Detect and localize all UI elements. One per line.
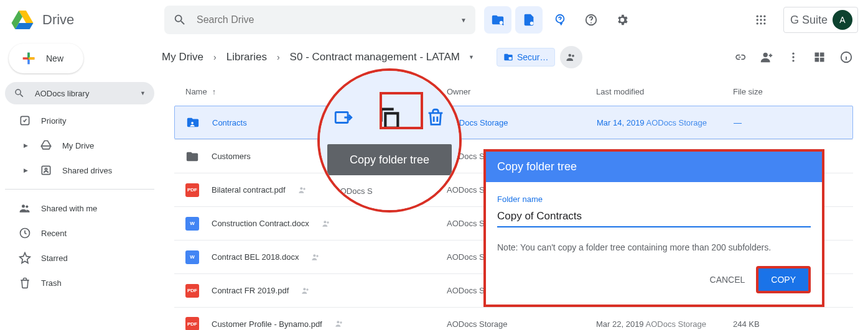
trash-icon [425,107,446,128]
shared-icon [322,219,332,229]
new-button[interactable]: New [9,44,83,73]
dropdown-icon[interactable]: ▼ [465,54,474,60]
smart-doc-button[interactable] [515,6,543,34]
chevron-right-icon: › [272,52,285,62]
gsuite-label: G Suite [790,14,828,27]
search-options-dropdown[interactable]: ▼ [460,17,467,24]
apps-grid-icon [755,14,767,26]
people-icon [19,202,31,214]
svg-point-22 [572,55,575,57]
file-modified: Mar 14, 2019 AODocs Storage [597,118,734,127]
support-button[interactable] [546,6,574,34]
move-button[interactable] [331,105,356,130]
svg-point-32 [191,122,194,124]
sidebar-collection-aodocs[interactable]: AODocs library ▼ [5,82,154,104]
sidebar-item-label: Starred [41,254,68,263]
sidebar-item-recent[interactable]: Recent [5,221,154,245]
svg-point-21 [569,54,572,57]
shared-icon [301,286,311,296]
col-size[interactable]: File size [733,87,842,96]
dialog-title: Copy folder tree [486,152,822,182]
folder-name-input[interactable] [497,208,811,227]
info-icon[interactable] [839,50,853,64]
sidebar-item-trash[interactable]: Trash [5,270,154,295]
col-modified[interactable]: Last modified [596,87,733,96]
svg-rect-29 [815,58,819,62]
smart-folder-button[interactable] [484,6,511,34]
search-input[interactable] [197,14,450,25]
svg-point-11 [756,22,758,24]
more-icon[interactable] [787,51,800,63]
sidebar-item-label: Shared drives [62,166,112,175]
members-button[interactable] [560,46,582,68]
search-bar[interactable]: ▼ [164,6,475,34]
file-name: Contracts [212,118,247,127]
file-type-icon: W [185,217,199,231]
file-name: Contract BEL 2018.docx [212,252,299,262]
svg-point-41 [337,321,339,323]
file-name: Contract FR 2019.pdf [212,286,289,295]
annotation-highlight-box [380,92,423,129]
delete-button[interactable] [423,105,448,130]
column-header: Name ↑ Owner Last modified File size [174,82,853,101]
add-person-icon[interactable] [760,50,773,64]
sidebar-item-starred[interactable]: Starred [5,245,154,270]
file-type-icon: PDF [185,284,199,298]
doc-search-icon [522,13,536,27]
svg-point-10 [763,19,765,21]
col-owner[interactable]: Owner [447,87,596,96]
file-name: Customers [212,152,251,161]
dialog-field-label: Folder name [497,195,811,204]
trash-icon [19,277,31,289]
svg-point-34 [303,188,305,190]
annotation-circle: Copy folder tree AODocs S [317,68,462,213]
svg-point-13 [763,22,765,24]
logo-area[interactable]: Drive [10,7,159,32]
sidebar-item-priority[interactable]: Priority [5,108,154,133]
expand-icon[interactable]: ▶ [24,142,30,149]
file-name: Construction Contract.docx [212,219,309,228]
drive-logo-icon [10,7,35,32]
breadcrumb-current[interactable]: S0 - Contract management - LATAM [290,51,460,63]
svg-point-42 [340,321,342,323]
header: Drive ▼ [0,0,868,40]
svg-point-17 [22,204,25,208]
file-row[interactable]: ContractsAODocs StorageMar 14, 2019 AODo… [174,106,853,139]
apps-button[interactable] [747,6,775,34]
search-icon [173,13,187,27]
sidebar-collection-label: AODocs library [35,89,130,98]
cancel-button[interactable]: CANCEL [710,275,745,285]
link-icon[interactable] [734,51,746,63]
sort-asc-icon[interactable]: ↑ [212,87,217,96]
sidebar-item-my-drive[interactable]: ▶ My Drive [5,133,154,158]
col-name[interactable]: Name [185,87,207,96]
svg-point-40 [307,288,309,290]
grid-view-icon[interactable] [813,51,826,63]
file-owner: AODocs Storage [447,118,597,127]
sidebar-item-shared-drives[interactable]: ▶ Shared drives [5,158,154,183]
file-row[interactable]: PDFCustomer Profile - Bynamo.pdfAODocs S… [174,307,853,330]
file-owner: AODocs Storage [447,319,596,329]
sidebar-item-label: Priority [41,116,66,126]
chevron-right-icon: › [208,52,222,62]
file-type-icon: PDF [185,317,199,330]
breadcrumb-mid[interactable]: Libraries [226,51,267,63]
sidebar: New AODocs library ▼ Priority ▶ My Drive… [0,44,159,295]
sidebar-item-shared-with-me[interactable]: Shared with me [5,196,154,221]
security-pill[interactable]: Secur… [497,48,556,66]
gsuite-account-button[interactable]: G Suite A [783,7,858,33]
clock-icon [19,227,31,239]
help-button[interactable] [577,6,605,34]
expand-icon[interactable]: ▶ [24,167,30,173]
shared-icon [298,185,308,195]
copy-button[interactable]: COPY [756,266,811,293]
shared-drives-icon [40,164,52,176]
svg-point-36 [327,221,329,223]
priority-icon [19,114,31,127]
svg-point-1 [530,22,534,25]
file-type-icon [186,116,200,129]
my-drive-icon [40,139,52,152]
breadcrumb-root[interactable]: My Drive [162,51,203,63]
file-type-icon: PDF [185,183,199,197]
settings-button[interactable] [609,6,636,34]
